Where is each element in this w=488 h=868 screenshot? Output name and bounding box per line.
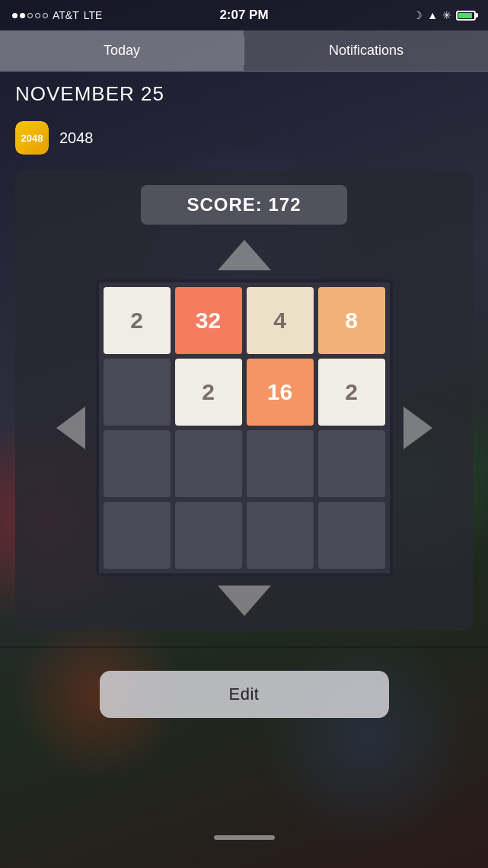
cell-2-0 [104, 430, 171, 497]
tab-notifications[interactable]: Notifications [244, 30, 488, 71]
network-label: LTE [84, 9, 103, 21]
cell-1-0 [104, 359, 171, 426]
cell-1-1: 2 [175, 359, 242, 426]
dot-2 [20, 13, 25, 18]
separator [0, 646, 488, 648]
date-header: November 25 [0, 72, 488, 113]
status-bar: AT&T LTE 2:07 PM ☽ ▲ ✳ [0, 0, 488, 30]
cell-3-1 [175, 502, 242, 569]
carrier-label: AT&T [53, 9, 79, 21]
crescent-moon-icon: ☽ [413, 9, 423, 21]
tab-bar: Today Notifications [0, 30, 488, 72]
cell-0-3: 8 [318, 287, 385, 354]
app-name-label: 2048 [59, 129, 94, 147]
cell-2-2 [247, 430, 314, 497]
cell-2-3 [318, 430, 385, 497]
cell-1-2: 16 [247, 359, 314, 426]
edit-button-wrapper: Edit [0, 671, 488, 718]
status-left: AT&T LTE [12, 9, 102, 21]
cell-0-1: 32 [175, 287, 242, 354]
game-area: 2 32 4 8 2 16 2 [56, 279, 432, 576]
app-icon-wrapper: 2048 [15, 121, 49, 155]
signal-dots [12, 13, 48, 18]
cell-0-0: 2 [104, 287, 171, 354]
tab-today[interactable]: Today [0, 30, 244, 71]
tab-today-label: Today [104, 43, 140, 59]
cell-3-3 [318, 502, 385, 569]
cell-0-2: 4 [247, 287, 314, 354]
app-row: 2048 2048 [0, 113, 488, 162]
dot-4 [35, 13, 40, 18]
app-icon-text: 2048 [21, 132, 43, 144]
arrow-up-button[interactable] [218, 240, 271, 270]
score-text: SCORE: 172 [187, 194, 301, 215]
cell-1-3: 2 [318, 359, 385, 426]
location-icon: ▲ [427, 9, 438, 21]
dot-5 [43, 13, 48, 18]
battery-icon [456, 11, 476, 21]
status-right: ☽ ▲ ✳ [413, 9, 476, 21]
edit-button[interactable]: Edit [100, 671, 389, 718]
cell-2-1 [175, 430, 242, 497]
dot-1 [12, 13, 18, 18]
home-indicator [214, 835, 275, 840]
score-box: SCORE: 172 [141, 185, 346, 225]
battery-fill [458, 13, 472, 18]
arrow-right-button[interactable] [403, 407, 432, 449]
arrow-left-button[interactable] [56, 407, 85, 449]
dot-3 [27, 13, 33, 18]
home-area [0, 807, 488, 868]
arrow-down-button[interactable] [218, 586, 271, 616]
cell-3-2 [247, 502, 314, 569]
bluetooth-icon: ✳ [442, 9, 451, 21]
game-grid[interactable]: 2 32 4 8 2 16 2 [96, 279, 393, 576]
game-widget: SCORE: 172 2 32 4 8 2 16 2 [15, 170, 473, 631]
cell-3-0 [104, 502, 171, 569]
tab-notifications-label: Notifications [329, 43, 403, 59]
status-time: 2:07 PM [219, 8, 268, 23]
app-icon-2048: 2048 [15, 121, 49, 155]
date-text: November 25 [15, 82, 164, 106]
